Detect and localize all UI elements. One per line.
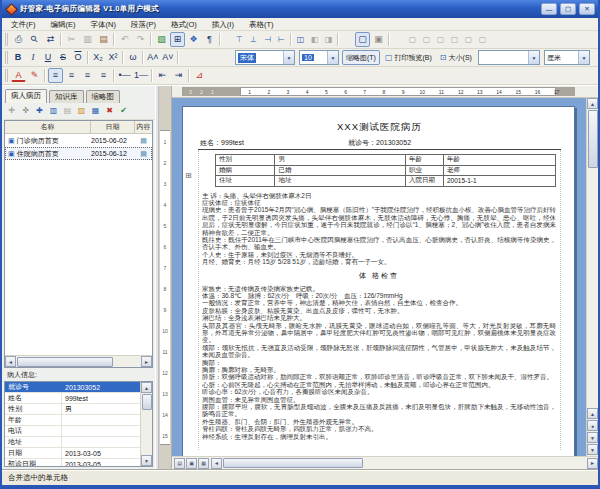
page-layout-view-icon[interactable]: ▣ [186, 458, 197, 469]
chevron-down-icon[interactable]: ▼ [283, 51, 294, 64]
formatting-marks-icon[interactable]: ¶ [202, 32, 217, 47]
scroll-down-icon[interactable]: ▼ [587, 444, 598, 455]
toolbar-grip[interactable] [5, 51, 8, 64]
format-clear-icon[interactable]: ⊿ [192, 68, 207, 83]
patient-demographics-table[interactable]: 性别 男 年龄 年龄 婚姻 已婚 [215, 154, 556, 187]
table-cell[interactable]: 老师 [443, 165, 555, 176]
confirm-record-icon[interactable]: ✔ [117, 105, 130, 118]
menu-item[interactable]: 段落(P) [124, 18, 163, 31]
scroll-down-icon[interactable]: ▼ [141, 455, 152, 466]
maximize-button[interactable]: ▢ [560, 3, 576, 15]
menu-item[interactable]: 表格(T) [242, 18, 281, 31]
next-page-icon[interactable]: ▼ [587, 432, 598, 443]
minimize-button[interactable]: — [541, 3, 557, 15]
table-cell[interactable]: 婚姻 [216, 165, 275, 176]
toolbar-grip[interactable] [5, 69, 8, 82]
sidebar-tab[interactable]: 病人病历 [5, 89, 47, 103]
grow-font-icon[interactable]: A˄ [146, 50, 160, 65]
column-header-date[interactable]: 日期 [91, 121, 135, 133]
bullet-list-icon[interactable]: •— [117, 68, 132, 83]
patient-info-row[interactable]: 电话 [5, 426, 140, 437]
menu-item[interactable]: 插入(I) [205, 18, 241, 31]
toolbar-grip[interactable] [5, 33, 8, 46]
template-record-icon[interactable]: ▦ [89, 105, 102, 118]
table-cell[interactable]: 男 [275, 155, 406, 166]
patient-info-row[interactable]: 年龄 [5, 415, 140, 426]
placeholder-icon-5[interactable]: ▢ [462, 33, 475, 46]
table-cell[interactable]: 已婚 [275, 165, 406, 176]
align-right-icon[interactable]: ≡ [80, 68, 95, 83]
patient-info-row[interactable]: 就诊号 201303052 [5, 382, 140, 393]
scroll-left-icon[interactable]: ◄ [211, 458, 222, 469]
menu-item[interactable]: 编辑(E) [44, 18, 83, 31]
add-record-icon[interactable]: ✚ [33, 105, 46, 118]
placeholder-icon-1[interactable]: ▢ [406, 33, 419, 46]
menu-item[interactable]: 格式(O) [164, 18, 204, 31]
scroll-up-icon[interactable]: ▲ [141, 382, 152, 393]
patient-info-row[interactable]: 初诊日期 2013-03-05 [5, 459, 140, 466]
record-content-icon[interactable]: ▤ [140, 150, 147, 157]
table-cell[interactable]: 职业 [406, 165, 444, 176]
table-anchor-icon[interactable]: ⊞ [185, 171, 192, 180]
table-row[interactable]: 婚姻 已婚 职业 老师 [216, 165, 556, 176]
redo-icon[interactable]: ↷ [133, 32, 148, 47]
font-name-combo[interactable]: 宋体 ▼ [235, 50, 295, 65]
column-header-content[interactable]: 内容 [135, 121, 152, 133]
close-button[interactable]: ✕ [579, 3, 595, 15]
collapse-all-icon[interactable]: ✜ [19, 105, 32, 118]
decrease-indent-icon[interactable]: ⇤ [155, 68, 170, 83]
symbol-icon[interactable]: ω [126, 50, 140, 65]
table-cell[interactable]: 年龄 [406, 155, 444, 166]
font-color-icon[interactable]: A [11, 69, 26, 82]
thumbnail-toggle-button[interactable]: 缩略图(T) [342, 50, 380, 65]
sidebar-tab[interactable]: 缩略图 [86, 90, 121, 103]
patient-info-row[interactable]: 姓名 999test [5, 393, 140, 404]
scrollbar-thumb[interactable] [17, 357, 113, 367]
column-header-name[interactable]: 名称 [5, 121, 91, 133]
placeholder-icon-6[interactable]: ▢ [476, 33, 489, 46]
table-cell[interactable]: 住址 [216, 176, 275, 187]
sidebar-tab[interactable]: 知识库 [49, 90, 84, 103]
add-page-icon[interactable]: ▣ [371, 32, 386, 47]
copy-icon[interactable]: ▥ [80, 32, 95, 47]
increase-indent-icon[interactable]: ⇥ [171, 68, 186, 83]
scroll-right-icon[interactable]: ► [141, 356, 152, 367]
scroll-up-icon[interactable]: ▲ [587, 98, 598, 109]
scrollbar-thumb[interactable] [142, 394, 152, 410]
print-preview-button[interactable]: ▢ 打印预览(B) [382, 50, 435, 65]
overline-icon[interactable]: O [71, 50, 85, 65]
menu-item[interactable]: 文件(F) [4, 18, 43, 31]
align-left-icon[interactable]: ≡ [48, 68, 63, 83]
table-cell[interactable]: 性别 [216, 155, 275, 166]
expand-all-icon[interactable]: ✛ [5, 105, 18, 118]
placeholder-icon-2[interactable]: ▢ [420, 33, 433, 46]
page-size-button[interactable]: ⊡ 大小(S) [437, 50, 475, 65]
insert-object-icon[interactable]: ❖ [186, 32, 201, 47]
scroll-right-icon[interactable]: ► [587, 458, 598, 469]
underline-icon[interactable]: U [41, 50, 55, 65]
italic-icon[interactable]: I [26, 50, 40, 65]
superscript-icon[interactable]: X² [106, 50, 120, 65]
insert-row-above-icon[interactable]: ⊤ [233, 33, 246, 46]
subscript-icon[interactable]: X₂ [91, 50, 105, 65]
font-size-combo[interactable]: 10 ▼ [299, 50, 339, 65]
highlight-pen-icon[interactable]: ✎ [27, 68, 42, 83]
table-cell[interactable]: 入院日期 [406, 176, 444, 187]
insert-col-left-icon[interactable]: ⊣ [261, 33, 274, 46]
split-cell-horizontal-icon[interactable]: ◧ [308, 33, 321, 46]
align-justify-icon[interactable]: ≡ [96, 68, 111, 83]
chevron-down-icon[interactable]: ▼ [578, 51, 589, 64]
undo-icon[interactable]: ↶ [117, 32, 132, 47]
bold-icon[interactable]: B [11, 50, 25, 65]
scroll-left-icon[interactable]: ◄ [5, 356, 16, 367]
record-row[interactable]: ▣ 门诊病历首页 2015-06-02 ▤ [5, 134, 152, 147]
patient-info-row[interactable]: 性别 男 [5, 404, 140, 415]
copy-record-icon[interactable]: ▥ [47, 105, 60, 118]
find-icon[interactable]: ⚲ [24, 31, 45, 49]
merge-cells-icon[interactable]: ◫ [294, 33, 307, 46]
record-content-icon[interactable]: ▤ [140, 137, 147, 144]
insert-col-right-icon[interactable]: ⊢ [275, 33, 288, 46]
table-cell[interactable]: 地址 [275, 176, 406, 187]
placeholder-icon-3[interactable]: ▢ [434, 33, 447, 46]
table-row[interactable]: 住址 地址 入院日期 20015-1-1 [216, 176, 556, 187]
